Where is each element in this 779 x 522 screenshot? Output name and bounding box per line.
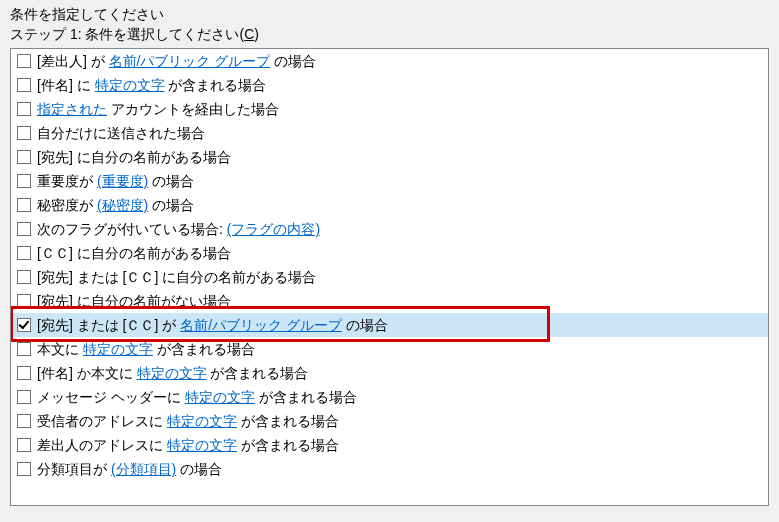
condition-label: 秘密度が (秘密度) の場合	[37, 195, 194, 215]
conditions-listbox[interactable]: [差出人] が 名前/パブリック グループ の場合[件名] に 特定の文字 が含…	[10, 48, 769, 506]
condition-row[interactable]: [宛先] に自分の名前がある場合	[11, 145, 768, 169]
condition-checkbox[interactable]	[17, 462, 31, 476]
condition-row[interactable]: [件名] か本文に 特定の文字 が含まれる場合	[11, 361, 768, 385]
condition-row[interactable]: [宛先] または [ＣＣ] が 名前/パブリック グループ の場合	[11, 313, 768, 337]
step-accelerator: C	[244, 26, 254, 42]
condition-checkbox[interactable]	[17, 294, 31, 308]
condition-checkbox[interactable]	[17, 198, 31, 212]
condition-row[interactable]: [件名] に 特定の文字 が含まれる場合	[11, 73, 768, 97]
condition-label: [宛先] または [ＣＣ] に自分の名前がある場合	[37, 267, 316, 287]
condition-link[interactable]: 名前/パブリック グループ	[109, 53, 271, 69]
condition-checkbox[interactable]	[17, 390, 31, 404]
condition-checkbox[interactable]	[17, 270, 31, 284]
condition-row[interactable]: 自分だけに送信された場合	[11, 121, 768, 145]
condition-checkbox[interactable]	[17, 414, 31, 428]
condition-label: メッセージ ヘッダーに 特定の文字 が含まれる場合	[37, 387, 357, 407]
step-label: ステップ 1: 条件を選択してください(C)	[10, 26, 769, 44]
condition-row[interactable]: 指定された アカウントを経由した場合	[11, 97, 768, 121]
condition-checkbox[interactable]	[17, 102, 31, 116]
condition-checkbox[interactable]	[17, 222, 31, 236]
condition-label: [宛先] に自分の名前がない場合	[37, 291, 231, 311]
condition-checkbox[interactable]	[17, 342, 31, 356]
step-suffix: )	[254, 26, 259, 42]
condition-row[interactable]: 次のフラグが付いている場合: (フラグの内容)	[11, 217, 768, 241]
condition-row[interactable]: [宛先] または [ＣＣ] に自分の名前がある場合	[11, 265, 768, 289]
condition-checkbox[interactable]	[17, 438, 31, 452]
condition-link[interactable]: (秘密度)	[97, 197, 148, 213]
condition-label: [ＣＣ] に自分の名前がある場合	[37, 243, 231, 263]
condition-link[interactable]: 特定の文字	[167, 413, 237, 429]
condition-label: 受信者のアドレスに 特定の文字 が含まれる場合	[37, 411, 339, 431]
condition-checkbox[interactable]	[17, 174, 31, 188]
condition-label: 差出人のアドレスに 特定の文字 が含まれる場合	[37, 435, 339, 455]
condition-row[interactable]: 秘密度が (秘密度) の場合	[11, 193, 768, 217]
condition-row[interactable]: 差出人のアドレスに 特定の文字 が含まれる場合	[11, 433, 768, 457]
condition-label: [宛先] に自分の名前がある場合	[37, 147, 231, 167]
condition-row[interactable]: [宛先] に自分の名前がない場合	[11, 289, 768, 313]
condition-row[interactable]: 本文に 特定の文字 が含まれる場合	[11, 337, 768, 361]
condition-label: [件名] か本文に 特定の文字 が含まれる場合	[37, 363, 308, 383]
condition-link[interactable]: (フラグの内容)	[227, 221, 320, 237]
condition-link[interactable]: 特定の文字	[185, 389, 255, 405]
condition-label: [差出人] が 名前/パブリック グループ の場合	[37, 51, 316, 71]
condition-link[interactable]: (分類項目)	[111, 461, 176, 477]
step-prefix: ステップ 1: 条件を選択してください(	[10, 26, 244, 42]
dialog-title: 条件を指定してください	[10, 6, 769, 24]
condition-label: 本文に 特定の文字 が含まれる場合	[37, 339, 255, 359]
condition-checkbox[interactable]	[17, 54, 31, 68]
condition-label: 次のフラグが付いている場合: (フラグの内容)	[37, 219, 320, 239]
condition-row[interactable]: 受信者のアドレスに 特定の文字 が含まれる場合	[11, 409, 768, 433]
condition-link[interactable]: 特定の文字	[167, 437, 237, 453]
condition-checkbox[interactable]	[17, 246, 31, 260]
condition-row[interactable]: 分類項目が (分類項目) の場合	[11, 457, 768, 481]
condition-checkbox[interactable]	[17, 150, 31, 164]
condition-link[interactable]: 名前/パブリック グループ	[180, 317, 342, 333]
condition-label: 指定された アカウントを経由した場合	[37, 99, 279, 119]
condition-link[interactable]: 特定の文字	[137, 365, 207, 381]
condition-label: 分類項目が (分類項目) の場合	[37, 459, 222, 479]
condition-link[interactable]: 特定の文字	[83, 341, 153, 357]
condition-link[interactable]: 特定の文字	[95, 77, 165, 93]
condition-link[interactable]: (重要度)	[97, 173, 148, 189]
condition-checkbox[interactable]	[17, 366, 31, 380]
condition-row[interactable]: メッセージ ヘッダーに 特定の文字 が含まれる場合	[11, 385, 768, 409]
condition-row[interactable]: [差出人] が 名前/パブリック グループ の場合	[11, 49, 768, 73]
condition-label: [件名] に 特定の文字 が含まれる場合	[37, 75, 266, 95]
condition-link[interactable]: 指定された	[37, 101, 107, 117]
condition-checkbox[interactable]	[17, 126, 31, 140]
condition-checkbox[interactable]	[17, 318, 31, 332]
condition-label: 重要度が (重要度) の場合	[37, 171, 194, 191]
condition-label: [宛先] または [ＣＣ] が 名前/パブリック グループ の場合	[37, 315, 388, 335]
condition-row[interactable]: [ＣＣ] に自分の名前がある場合	[11, 241, 768, 265]
condition-checkbox[interactable]	[17, 78, 31, 92]
condition-label: 自分だけに送信された場合	[37, 123, 205, 143]
condition-row[interactable]: 重要度が (重要度) の場合	[11, 169, 768, 193]
